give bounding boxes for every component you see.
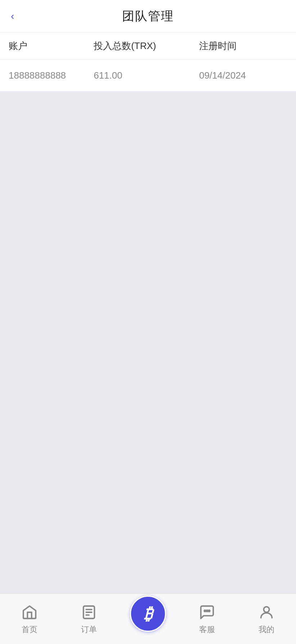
orders-icon xyxy=(80,603,98,621)
empty-area xyxy=(0,92,296,594)
table-header: 账户 投入总数(TRX) 注册时间 xyxy=(0,32,296,60)
col-header-date: 注册时间 xyxy=(196,40,287,52)
nav-label-service: 客服 xyxy=(199,624,215,635)
svg-point-5 xyxy=(207,610,208,612)
svg-point-6 xyxy=(208,610,210,612)
app-container: ‹ 团队管理 账户 投入总数(TRX) 注册时间 18888888888 611… xyxy=(0,0,296,644)
nav-label-mine: 我的 xyxy=(259,624,274,635)
table-container: 账户 投入总数(TRX) 注册时间 18888888888 611.00 09/… xyxy=(0,32,296,92)
page-title: 团队管理 xyxy=(122,8,174,25)
nav-item-mine[interactable]: 我的 xyxy=(237,594,296,644)
nav-item-bitcoin[interactable]: ₿ xyxy=(118,594,178,644)
nav-item-service[interactable]: 客服 xyxy=(178,594,237,644)
cell-date: 09/14/2024 xyxy=(196,70,287,81)
home-icon xyxy=(21,603,39,621)
svg-point-4 xyxy=(205,610,206,612)
bitcoin-icon[interactable]: ₿ xyxy=(130,596,166,632)
back-button[interactable]: ‹ xyxy=(7,8,18,25)
table-row: 18888888888 611.00 09/14/2024 xyxy=(0,60,296,92)
col-header-amount: 投入总数(TRX) xyxy=(90,40,196,52)
bottom-nav: 首页 订单 ₿ xyxy=(0,594,296,644)
cell-amount: 611.00 xyxy=(90,70,196,81)
nav-label-orders: 订单 xyxy=(81,624,97,635)
col-header-account: 账户 xyxy=(9,40,90,52)
chat-icon xyxy=(198,603,216,621)
header: ‹ 团队管理 xyxy=(0,0,296,32)
nav-item-orders[interactable]: 订单 xyxy=(59,594,118,644)
cell-account: 18888888888 xyxy=(9,70,90,81)
nav-label-home: 首页 xyxy=(22,624,37,635)
user-icon xyxy=(257,603,275,621)
nav-item-home[interactable]: 首页 xyxy=(0,594,59,644)
svg-point-7 xyxy=(264,606,269,612)
